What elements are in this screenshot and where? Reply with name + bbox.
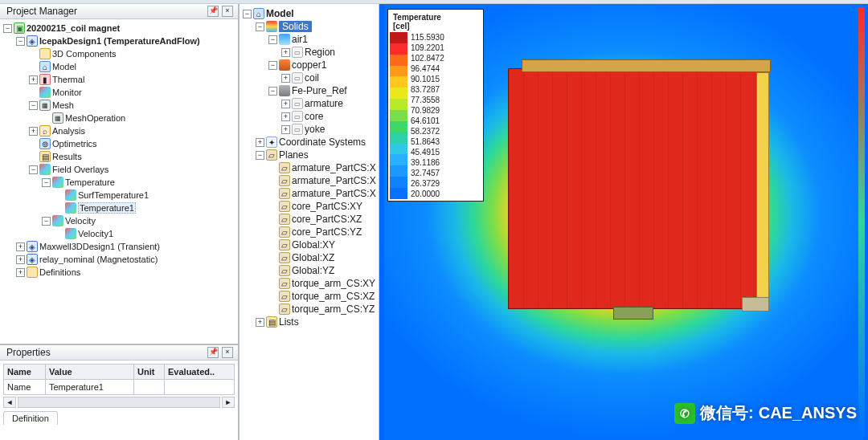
expand-icon[interactable]: + xyxy=(281,125,290,134)
tree-plane-item[interactable]: core_PartCS:XZ xyxy=(292,214,362,225)
expand-icon[interactable]: + xyxy=(16,242,25,251)
collapse-icon[interactable]: − xyxy=(243,10,252,18)
tree-3d-components[interactable]: 3D Components xyxy=(52,49,117,59)
tree-plane-item[interactable]: Global:XY xyxy=(292,239,335,251)
expand-icon[interactable]: + xyxy=(256,318,264,327)
tree-solids[interactable]: Solids xyxy=(279,21,312,32)
expand-icon[interactable]: + xyxy=(29,127,38,136)
legend-color-swatch xyxy=(390,144,407,155)
tree-thermal[interactable]: Thermal xyxy=(52,75,84,84)
collapse-icon[interactable]: − xyxy=(268,35,277,44)
properties-grid[interactable]: Name Value Unit Evaluated.. Name Tempera… xyxy=(0,361,238,440)
tree-plane-item[interactable]: armature_PartCS:X xyxy=(292,162,376,173)
scrollbar-track[interactable] xyxy=(18,397,220,408)
plane-icon: ▱ xyxy=(279,162,290,173)
legend-color-swatch xyxy=(390,177,407,188)
tree-design-maxwell[interactable]: Maxwell3DDesign1 (Transient) xyxy=(39,242,160,251)
collapse-icon[interactable]: − xyxy=(42,217,51,226)
tree-armature[interactable]: armature xyxy=(305,98,343,109)
tree-plane-item[interactable]: Global:YZ xyxy=(292,265,334,276)
model-tree[interactable]: −⌂Model −Solids −air1 +▭Region −copper1 … xyxy=(240,4,379,440)
tree-project-root[interactable]: 20200215_coil magnet xyxy=(27,23,120,33)
tab-definition[interactable]: Definition xyxy=(3,411,58,425)
tree-surftemperature1[interactable]: SurfTemperature1 xyxy=(78,190,149,200)
tree-plane-item[interactable]: torque_arm_CS:XZ xyxy=(292,291,375,302)
expand-icon[interactable]: + xyxy=(29,75,38,84)
collapse-icon[interactable]: − xyxy=(29,165,38,174)
expand-icon[interactable]: + xyxy=(16,255,25,264)
tree-plane-item[interactable]: torque_arm_CS:YZ xyxy=(292,304,375,315)
scroll-right-icon[interactable]: ► xyxy=(222,397,235,408)
tree-plane-item[interactable]: core_PartCS:XY xyxy=(292,201,362,212)
temperature-legend[interactable]: Temperature [cel] 115.5930109.2201102.84… xyxy=(387,9,484,202)
design-icon: ◈ xyxy=(27,241,38,252)
property-row[interactable]: Name Temperature1 xyxy=(4,380,235,395)
tree-region[interactable]: Region xyxy=(305,47,335,58)
col-eval[interactable]: Evaluated.. xyxy=(165,365,235,380)
tree-plane-item[interactable]: torque_arm_CS:XY xyxy=(292,278,375,289)
tree-analysis[interactable]: Analysis xyxy=(52,126,85,136)
expand-icon[interactable]: + xyxy=(16,268,25,277)
close-icon[interactable]: × xyxy=(222,347,233,358)
tree-field-overlays[interactable]: Field Overlays xyxy=(52,165,108,174)
tree-definitions[interactable]: Definitions xyxy=(39,267,80,277)
collapse-icon[interactable]: − xyxy=(29,101,38,110)
tree-plane-item[interactable]: Global:XZ xyxy=(292,252,334,263)
expand-icon[interactable]: + xyxy=(281,100,290,108)
tree-fe-pure-ref[interactable]: Fe-Pure_Ref xyxy=(292,85,347,96)
collapse-icon[interactable]: − xyxy=(16,37,25,46)
collapse-icon[interactable]: − xyxy=(268,87,277,96)
prop-unit xyxy=(134,380,165,395)
col-name[interactable]: Name xyxy=(4,365,46,380)
tree-planes[interactable]: Planes xyxy=(279,149,309,161)
tree-mesh[interactable]: Mesh xyxy=(52,100,74,110)
tree-coordinate-systems[interactable]: Coordinate Systems xyxy=(279,136,366,148)
expand-icon[interactable]: + xyxy=(281,74,290,83)
prop-value[interactable]: Temperature1 xyxy=(46,380,134,395)
tree-temperature1[interactable]: Temperature1 xyxy=(78,202,136,214)
tree-velocity1[interactable]: Velocity1 xyxy=(78,229,113,238)
tree-coil[interactable]: coil xyxy=(305,72,319,84)
tree-design-icepak[interactable]: IcepakDesign1 (TemperatureAndFlow) xyxy=(39,36,200,46)
tree-temperature[interactable]: Temperature xyxy=(65,177,115,187)
tree-model[interactable]: Model xyxy=(52,62,76,71)
tree-lists[interactable]: Lists xyxy=(279,316,299,328)
expand-icon[interactable]: + xyxy=(281,48,290,57)
tree-copper1[interactable]: copper1 xyxy=(292,59,326,71)
properties-header[interactable]: Properties 📌 × xyxy=(0,345,238,361)
tree-core[interactable]: core xyxy=(305,111,323,122)
collapse-icon[interactable]: − xyxy=(256,22,264,31)
expand-icon[interactable]: + xyxy=(281,112,290,121)
legend-title: Temperature xyxy=(393,13,480,22)
tree-results[interactable]: Results xyxy=(52,152,82,161)
close-icon[interactable]: × xyxy=(222,6,233,17)
tree-plane-item[interactable]: core_PartCS:YZ xyxy=(292,226,362,238)
tree-plane-item[interactable]: armature_PartCS:X xyxy=(292,188,376,199)
pin-icon[interactable]: 📌 xyxy=(207,347,219,358)
tree-velocity[interactable]: Velocity xyxy=(65,216,96,226)
scroll-left-icon[interactable]: ◄ xyxy=(3,397,16,408)
tree-plane-item[interactable]: armature_PartCS:X xyxy=(292,175,376,186)
expand-icon[interactable]: + xyxy=(256,138,264,147)
project-manager-header[interactable]: Project Manager 📌 × xyxy=(0,4,238,19)
model-tree-root[interactable]: Model xyxy=(266,8,294,19)
tree-air1[interactable]: air1 xyxy=(292,34,308,45)
collapse-icon[interactable]: − xyxy=(42,178,51,187)
col-value[interactable]: Value xyxy=(46,365,134,380)
legend-value: 45.4915 xyxy=(411,147,481,157)
collapse-icon[interactable]: − xyxy=(256,151,264,160)
col-unit[interactable]: Unit xyxy=(134,365,165,380)
collapse-icon[interactable]: − xyxy=(268,61,277,70)
collapse-icon[interactable]: − xyxy=(3,24,12,33)
viewport-color-axis xyxy=(858,7,865,437)
tree-monitor[interactable]: Monitor xyxy=(52,88,82,97)
plot-icon xyxy=(65,189,76,201)
legend-value: 64.6101 xyxy=(411,116,481,126)
pin-icon[interactable]: 📌 xyxy=(207,6,219,17)
viewport-3d[interactable]: Temperature [cel] 115.5930109.2201102.84… xyxy=(379,4,868,440)
tree-meshoperation[interactable]: MeshOperation xyxy=(65,113,125,123)
project-tree[interactable]: −▣20200215_coil magnet −◈IcepakDesign1 (… xyxy=(0,19,238,344)
tree-optimetrics[interactable]: Optimetrics xyxy=(52,139,97,149)
tree-design-relay[interactable]: relay_nominal (Magnetostatic) xyxy=(39,255,158,264)
tree-yoke[interactable]: yoke xyxy=(305,124,325,135)
